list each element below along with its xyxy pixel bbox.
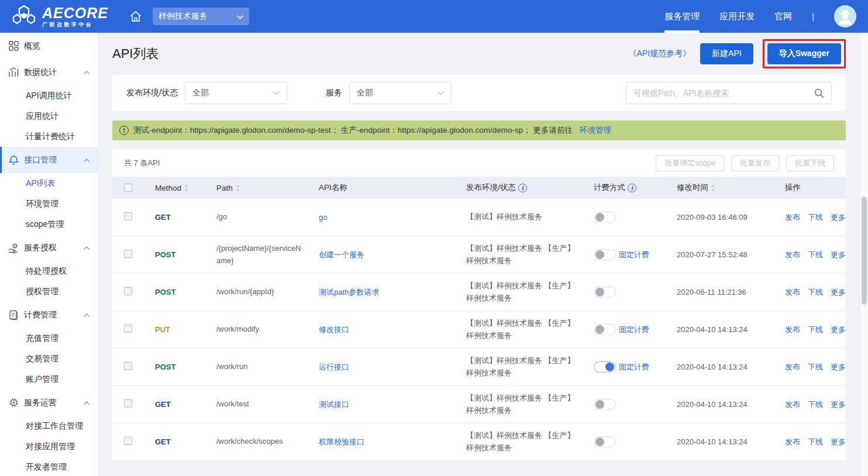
publish-link[interactable]: 发布 (785, 250, 800, 260)
sidebar-item-service-authorization[interactable]: 服务授权 (0, 234, 98, 261)
publish-link[interactable]: 发布 (785, 212, 800, 223)
more-link[interactable]: 更多 (831, 399, 846, 410)
sort-icon[interactable] (711, 184, 716, 192)
offline-link[interactable]: 下线 (808, 325, 823, 335)
window-scrollbar[interactable] (860, 33, 868, 476)
brand-logo[interactable]: AECORE 广联达数字中台 (12, 4, 108, 29)
more-link[interactable]: 更多 (831, 287, 846, 298)
select-all-checkbox[interactable] (124, 184, 132, 192)
billing-toggle[interactable] (594, 212, 616, 223)
more-link[interactable]: 更多 (831, 437, 846, 447)
billing-toggle[interactable] (594, 399, 616, 410)
api-table-card: 共 7 条API 批量绑定scope 批量发布 批量下线 Method Path… (112, 150, 846, 461)
sidebar-item-overview[interactable]: 概览 (0, 33, 98, 59)
sidebar-item-env-management[interactable]: 环境管理 (0, 194, 98, 214)
chevron-up-icon[interactable] (84, 158, 89, 162)
more-link[interactable]: 更多 (831, 362, 846, 372)
offline-link[interactable]: 下线 (808, 399, 823, 410)
api-name-link[interactable]: 权限校验接口 (319, 437, 364, 446)
sidebar-item-billing-management[interactable]: 计费管理 (0, 302, 98, 328)
api-name-link[interactable]: go (319, 213, 327, 222)
billing-toggle[interactable] (594, 361, 616, 372)
billing-toggle[interactable] (594, 324, 616, 335)
sidebar-item-scope-management[interactable]: scope管理 (0, 214, 98, 234)
api-name-link[interactable]: 测试接口 (319, 400, 349, 409)
chevron-up-icon[interactable] (84, 246, 89, 250)
billing-toggle[interactable] (594, 287, 616, 298)
sort-icon[interactable] (235, 184, 240, 192)
search-input[interactable] (633, 88, 814, 98)
sidebar-item-authorization-management[interactable]: 授权管理 (0, 281, 98, 302)
offline-link[interactable]: 下线 (808, 250, 823, 260)
sidebar-item-workbench-integration[interactable]: 对接工作台管理 (0, 416, 98, 436)
sidebar-item-app-integration[interactable]: 对接应用管理 (0, 436, 98, 457)
import-swagger-button[interactable]: 导入Swagger (767, 43, 841, 64)
row-checkbox[interactable] (124, 399, 132, 408)
search-icon[interactable] (814, 88, 824, 98)
offline-link[interactable]: 下线 (808, 437, 823, 447)
env-filter-select[interactable]: 全部 (185, 82, 287, 104)
sidebar-item-data-statistics[interactable]: 数据统计 (0, 59, 98, 85)
api-path: /work/test (216, 398, 319, 410)
billing-toggle[interactable] (594, 249, 616, 260)
sort-icon[interactable] (184, 184, 189, 192)
billing-type-link[interactable]: 固定计费 (619, 325, 649, 335)
row-checkbox[interactable] (124, 437, 132, 445)
api-name-link[interactable]: 运行接口 (319, 363, 349, 371)
billing-toggle[interactable] (594, 436, 616, 447)
row-checkbox[interactable] (124, 325, 132, 333)
info-icon[interactable]: i (518, 184, 527, 192)
sidebar-item-pending-authorization[interactable]: 待处理授权 (0, 261, 98, 281)
more-link[interactable]: 更多 (831, 325, 846, 335)
batch-offline-button[interactable]: 批量下线 (786, 155, 834, 171)
sidebar-item-api-management[interactable]: 接口管理 (0, 147, 98, 173)
nav-service-management[interactable]: 服务管理 (664, 0, 700, 33)
sidebar-item-api-list[interactable]: API列表 (0, 173, 98, 194)
workspace-select[interactable]: 样例技术服务 (153, 8, 249, 25)
sidebar-item-transaction-management[interactable]: 交易管理 (0, 349, 98, 369)
chevron-up-icon[interactable] (84, 401, 89, 405)
batch-bind-scope-button[interactable]: 批量绑定scope (656, 155, 724, 171)
sidebar-item-api-call-stats[interactable]: API调用统计 (0, 85, 98, 106)
publish-link[interactable]: 发布 (785, 437, 800, 447)
row-checkbox[interactable] (124, 362, 132, 370)
overview-grid-icon (8, 41, 19, 51)
publish-link[interactable]: 发布 (785, 287, 800, 298)
nav-official-site[interactable]: 官网 (774, 0, 792, 33)
publish-link[interactable]: 发布 (785, 399, 800, 410)
chevron-up-icon[interactable] (84, 71, 89, 74)
api-spec-reference-link[interactable]: 《API规范参考》 (628, 49, 691, 59)
more-link[interactable]: 更多 (831, 212, 846, 223)
billing-type-link[interactable]: 固定计费 (619, 250, 649, 260)
sidebar-item-metering-stats[interactable]: 计量计费统计 (0, 126, 98, 147)
api-name-link[interactable]: 测试path参数请求 (319, 288, 379, 296)
new-api-button[interactable]: 新建API (700, 43, 753, 64)
nav-app-development[interactable]: 应用开发 (719, 0, 755, 33)
batch-publish-button[interactable]: 批量发布 (731, 155, 779, 171)
sidebar-item-service-operations[interactable]: 服务运营 (0, 389, 98, 416)
billing-type-link[interactable]: 固定计费 (619, 362, 649, 372)
row-checkbox[interactable] (124, 250, 132, 258)
chevron-up-icon[interactable] (84, 313, 89, 317)
user-avatar[interactable] (834, 5, 856, 27)
row-checkbox[interactable] (124, 287, 132, 295)
info-icon[interactable]: i (628, 184, 636, 192)
publish-link[interactable]: 发布 (785, 362, 800, 372)
offline-link[interactable]: 下线 (808, 212, 823, 223)
sidebar-item-developer-management[interactable]: 开发者管理 (0, 457, 98, 476)
env-management-link[interactable]: 环境管理 (580, 125, 611, 136)
sidebar-item-recharge-management[interactable]: 充值管理 (0, 328, 98, 349)
row-checkbox[interactable] (124, 212, 132, 220)
publish-link[interactable]: 发布 (785, 325, 800, 335)
service-filter-select[interactable]: 全部 (349, 82, 452, 104)
sidebar-item-account-management[interactable]: 账户管理 (0, 369, 98, 389)
api-name-link[interactable]: 创建一个服务 (319, 250, 364, 259)
sidebar-item-app-stats[interactable]: 应用统计 (0, 106, 98, 126)
scrollbar-thumb[interactable] (862, 196, 867, 305)
home-icon[interactable] (129, 10, 142, 23)
more-link[interactable]: 更多 (831, 250, 846, 260)
offline-link[interactable]: 下线 (808, 287, 823, 298)
offline-link[interactable]: 下线 (808, 362, 823, 372)
api-name-link[interactable]: 修改接口 (319, 325, 349, 334)
chevron-down-icon (237, 12, 243, 21)
